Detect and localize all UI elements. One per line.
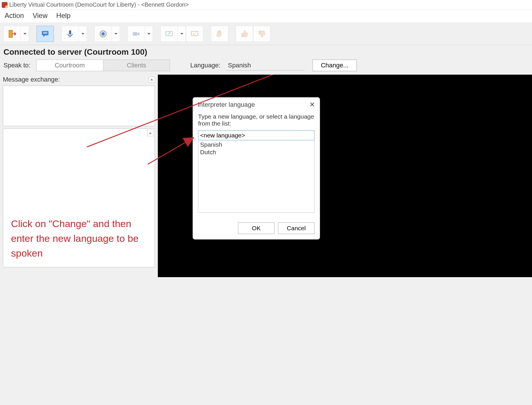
tab-clients[interactable]: Clients xyxy=(103,60,170,71)
chevron-down-icon xyxy=(114,33,117,35)
svg-rect-0 xyxy=(9,30,13,38)
microphone-button[interactable] xyxy=(61,26,79,42)
language-option[interactable]: Dutch xyxy=(200,148,313,156)
camera-dropdown[interactable] xyxy=(145,26,153,42)
language-option-list[interactable]: Spanish Dutch xyxy=(198,140,315,213)
svg-rect-2 xyxy=(43,32,47,33)
close-button[interactable] xyxy=(308,100,316,109)
raise-hand-button[interactable] xyxy=(211,26,228,42)
svg-rect-4 xyxy=(69,30,71,35)
speak-to-tabs: Courtroom Clients xyxy=(36,60,170,71)
menu-action[interactable]: Action xyxy=(5,12,24,20)
exit-button[interactable] xyxy=(3,26,21,42)
menu-view[interactable]: View xyxy=(33,12,48,20)
chevron-up-icon xyxy=(150,79,153,80)
app-icon xyxy=(2,2,8,8)
dialog-prompt: Type a new language, or select a languag… xyxy=(198,113,315,127)
svg-rect-8 xyxy=(133,32,137,36)
title-bar: Liberty Virtual Courtroom (DemoCourt for… xyxy=(0,0,532,10)
speaker-button[interactable] xyxy=(94,26,112,42)
screen-share-dropdown[interactable] xyxy=(178,26,186,42)
collapse-up-button[interactable] xyxy=(149,76,155,83)
speak-to-label: Speak to: xyxy=(3,62,30,69)
microphone-dropdown[interactable] xyxy=(79,26,87,42)
chevron-down-icon xyxy=(23,33,26,35)
close-icon xyxy=(310,102,315,107)
svg-rect-5 xyxy=(70,36,71,38)
tab-courtroom[interactable]: Courtroom xyxy=(36,60,103,71)
screen-receive-button[interactable] xyxy=(186,26,203,42)
controls-row: Speak to: Courtroom Clients Language: Sp… xyxy=(0,58,532,75)
thumbs-up-button[interactable] xyxy=(236,26,253,42)
new-language-input[interactable] xyxy=(198,130,315,140)
connection-status: Connected to server (Courtroom 100) xyxy=(0,45,532,58)
speaker-dropdown[interactable] xyxy=(112,26,120,42)
thumbs-down-button[interactable] xyxy=(253,26,270,42)
svg-rect-3 xyxy=(43,33,47,34)
change-language-button[interactable]: Change... xyxy=(312,60,357,71)
chevron-down-icon xyxy=(180,33,183,35)
menu-help[interactable]: Help xyxy=(56,12,70,20)
interpreter-language-dialog: Interpreter language Type a new language… xyxy=(193,97,320,240)
chevron-up-icon xyxy=(149,132,152,134)
message-history-area[interactable] xyxy=(3,128,155,267)
chat-button[interactable] xyxy=(36,26,54,42)
window-title: Liberty Virtual Courtroom (DemoCourt for… xyxy=(9,1,189,8)
message-compose-area[interactable] xyxy=(3,86,155,126)
left-pane: Message exchange: xyxy=(0,75,158,277)
chevron-down-icon xyxy=(81,33,84,35)
video-area: Interpreter language Type a new language… xyxy=(158,75,532,277)
collapse-up-button-2[interactable] xyxy=(147,130,153,136)
cancel-button[interactable]: Cancel xyxy=(278,222,315,234)
menu-bar: Action View Help xyxy=(0,10,532,23)
camera-button[interactable] xyxy=(127,26,145,42)
toolbar xyxy=(0,23,532,45)
language-value: Spanish xyxy=(226,60,304,71)
message-exchange-label: Message exchange: xyxy=(3,76,60,83)
exit-button-dropdown[interactable] xyxy=(21,26,29,42)
svg-point-7 xyxy=(102,32,105,35)
dialog-title: Interpreter language xyxy=(198,101,255,108)
language-option[interactable]: Spanish xyxy=(200,141,313,148)
ok-button[interactable]: OK xyxy=(238,222,275,234)
chevron-down-icon xyxy=(147,33,150,35)
language-label: Language: xyxy=(190,62,220,69)
screen-share-button[interactable] xyxy=(160,26,178,42)
